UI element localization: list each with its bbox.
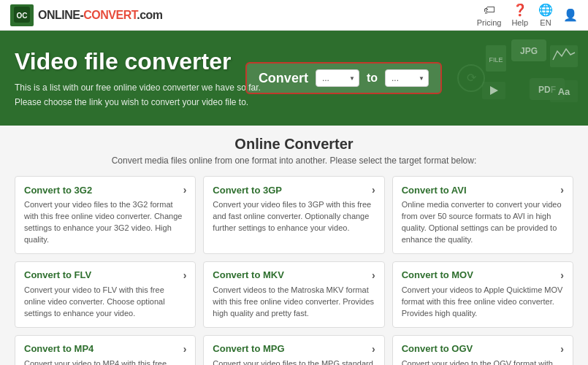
card-description: Convert videos to the Matroska MKV forma…	[213, 285, 375, 320]
nav-user[interactable]: 👤	[563, 8, 578, 22]
card-title: Convert to MKV ›	[213, 269, 375, 281]
nav-language[interactable]: 🌐 EN	[538, 3, 553, 27]
converter-card[interactable]: Convert to MOV › Convert your videos to …	[392, 261, 573, 328]
nav-help-label: Help	[511, 18, 528, 27]
card-arrow-icon: ›	[372, 343, 375, 355]
svg-text:FILE: FILE	[489, 56, 503, 64]
svg-text:OC: OC	[17, 12, 28, 20]
card-title-text: Convert to FLV	[24, 269, 91, 280]
card-title-text: Convert to 3G2	[24, 185, 92, 196]
hero-description-2: Please choose the link you wish to conve…	[15, 96, 292, 109]
converter-grid: Convert to 3G2 › Convert your video file…	[15, 176, 573, 365]
converter-card[interactable]: Convert to MPG › Convert your video file…	[203, 335, 384, 365]
card-title-text: Convert to MKV	[213, 269, 284, 280]
card-description: Convert your video to the OGV format wit…	[402, 358, 564, 365]
to-label: to	[367, 72, 378, 85]
main-content: Online Converter Convert media files onl…	[0, 126, 588, 365]
nav-pricing-label: Pricing	[477, 18, 502, 27]
svg-text:Aa: Aa	[558, 86, 570, 97]
to-format-wrapper: ...	[385, 69, 429, 87]
card-arrow-icon: ›	[183, 343, 187, 355]
card-description: Convert your video files to 3GP with thi…	[213, 199, 375, 234]
pricing-icon: 🏷	[484, 4, 495, 17]
card-arrow-icon: ›	[560, 184, 564, 196]
svg-text:⟳: ⟳	[467, 72, 477, 84]
hero-banner: JPG PDF FILE Aa ⟳ Video file converter T…	[0, 31, 588, 126]
from-format-select[interactable]: ...	[316, 69, 359, 87]
nav-pricing[interactable]: 🏷 Pricing	[477, 4, 502, 27]
card-title: Convert to OGV ›	[402, 343, 564, 355]
card-arrow-icon: ›	[372, 269, 375, 281]
section-title: Online Converter	[15, 136, 573, 153]
svg-text:JPG: JPG	[520, 46, 538, 56]
converter-card[interactable]: Convert to FLV › Convert your video to F…	[15, 261, 196, 328]
convert-bar: Convert ... to ...	[245, 62, 442, 94]
converter-card[interactable]: Convert to MKV › Convert videos to the M…	[203, 261, 384, 328]
section-subtitle: Convert media files online from one form…	[15, 155, 573, 166]
globe-icon: 🌐	[538, 3, 553, 17]
card-description: Convert your video to FLV with this free…	[24, 285, 186, 320]
user-icon: 👤	[563, 8, 578, 22]
card-title-text: Convert to MP4	[24, 343, 93, 354]
card-description: Convert your video files to the 3G2 form…	[24, 199, 186, 246]
card-arrow-icon: ›	[183, 184, 187, 196]
card-arrow-icon: ›	[372, 184, 375, 196]
logo-text: ONLINE-CONVERT.com	[38, 9, 163, 22]
converter-card[interactable]: Convert to 3G2 › Convert your video file…	[15, 176, 196, 254]
card-title-text: Convert to MPG	[213, 343, 284, 354]
card-title: Convert to AVI ›	[402, 184, 564, 196]
card-description: Convert your video to MP4 with this free…	[24, 358, 186, 365]
converter-card[interactable]: Convert to MP4 › Convert your video to M…	[15, 335, 196, 365]
site-header: OC ONLINE-CONVERT.com 🏷 Pricing ❓ Help 🌐…	[0, 0, 588, 31]
card-arrow-icon: ›	[183, 269, 187, 281]
card-title: Convert to MOV ›	[402, 269, 564, 281]
convert-label: Convert	[259, 71, 308, 86]
card-title: Convert to MP4 ›	[24, 343, 186, 355]
card-arrow-icon: ›	[560, 269, 564, 281]
converter-card[interactable]: Convert to OGV › Convert your video to t…	[392, 335, 573, 365]
help-icon: ❓	[513, 3, 527, 17]
converter-card[interactable]: Convert to AVI › Online media converter …	[392, 176, 573, 254]
card-title: Convert to FLV ›	[24, 269, 186, 281]
card-title: Convert to 3GP ›	[213, 184, 375, 196]
logo-icon: OC	[10, 4, 34, 26]
card-title-text: Convert to OGV	[402, 343, 473, 354]
card-title: Convert to MPG ›	[213, 343, 375, 355]
card-title-text: Convert to AVI	[402, 185, 467, 196]
card-description: Online media converter to convert your v…	[402, 199, 564, 246]
header-nav: 🏷 Pricing ❓ Help 🌐 EN 👤	[477, 3, 578, 27]
logo-area[interactable]: OC ONLINE-CONVERT.com	[10, 4, 163, 26]
card-description: Convert your videos to Apple Quicktime M…	[402, 285, 564, 320]
converter-card[interactable]: Convert to 3GP › Convert your video file…	[203, 176, 384, 254]
card-title: Convert to 3G2 ›	[24, 184, 186, 196]
to-format-select[interactable]: ...	[385, 69, 429, 87]
card-arrow-icon: ›	[560, 343, 564, 355]
from-format-wrapper: ...	[316, 69, 359, 87]
card-description: Convert your video files to the MPG stan…	[213, 358, 375, 365]
nav-language-label: EN	[540, 18, 551, 27]
card-title-text: Convert to MOV	[402, 269, 473, 280]
card-title-text: Convert to 3GP	[213, 185, 282, 196]
nav-help[interactable]: ❓ Help	[511, 3, 528, 27]
